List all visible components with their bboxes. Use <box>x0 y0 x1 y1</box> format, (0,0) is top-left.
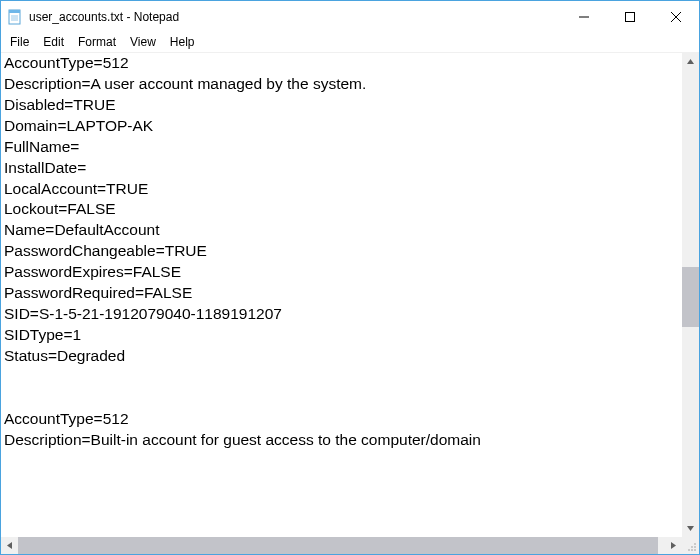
close-button[interactable] <box>653 1 699 32</box>
window-title: user_accounts.txt - Notepad <box>29 10 561 24</box>
svg-point-15 <box>691 549 693 551</box>
minimize-icon <box>579 12 589 22</box>
window-controls <box>561 1 699 32</box>
svg-marker-10 <box>671 542 676 549</box>
svg-point-13 <box>694 546 696 548</box>
menu-edit[interactable]: Edit <box>36 34 71 50</box>
size-grip-icon <box>687 542 697 552</box>
notepad-window: user_accounts.txt - Notepad File Edit Fo… <box>0 0 700 555</box>
horizontal-scroll-track[interactable] <box>18 537 665 554</box>
menu-format[interactable]: Format <box>71 34 123 50</box>
vertical-scroll-track[interactable] <box>682 70 699 520</box>
svg-point-11 <box>694 543 696 545</box>
menu-file[interactable]: File <box>3 34 36 50</box>
svg-point-14 <box>688 549 690 551</box>
minimize-button[interactable] <box>561 1 607 32</box>
scroll-right-button[interactable] <box>665 537 682 554</box>
scroll-up-button[interactable] <box>682 53 699 70</box>
maximize-icon <box>625 12 635 22</box>
scroll-down-button[interactable] <box>682 520 699 537</box>
chevron-left-icon <box>5 541 14 550</box>
menu-help[interactable]: Help <box>163 34 202 50</box>
horizontal-scrollbar[interactable] <box>1 537 699 554</box>
svg-point-16 <box>694 549 696 551</box>
vertical-scrollbar[interactable] <box>682 53 699 537</box>
svg-marker-8 <box>687 526 694 531</box>
chevron-right-icon <box>669 541 678 550</box>
size-grip[interactable] <box>682 537 699 554</box>
svg-point-12 <box>691 546 693 548</box>
svg-rect-6 <box>626 12 635 21</box>
chevron-down-icon <box>686 524 695 533</box>
svg-rect-1 <box>9 10 20 13</box>
close-icon <box>671 12 681 22</box>
vertical-scroll-thumb[interactable] <box>682 267 699 327</box>
maximize-button[interactable] <box>607 1 653 32</box>
menu-view[interactable]: View <box>123 34 163 50</box>
notepad-icon <box>7 9 23 25</box>
chevron-up-icon <box>686 57 695 66</box>
svg-marker-7 <box>687 59 694 64</box>
svg-marker-9 <box>7 542 12 549</box>
svg-rect-5 <box>579 16 589 17</box>
scroll-left-button[interactable] <box>1 537 18 554</box>
menubar: File Edit Format View Help <box>1 32 699 52</box>
text-editor[interactable]: AccountType=512 Description=A user accou… <box>1 53 682 537</box>
titlebar[interactable]: user_accounts.txt - Notepad <box>1 1 699 32</box>
app-icon-area <box>1 1 29 32</box>
horizontal-scroll-thumb[interactable] <box>18 537 658 554</box>
client-area: AccountType=512 Description=A user accou… <box>1 52 699 537</box>
